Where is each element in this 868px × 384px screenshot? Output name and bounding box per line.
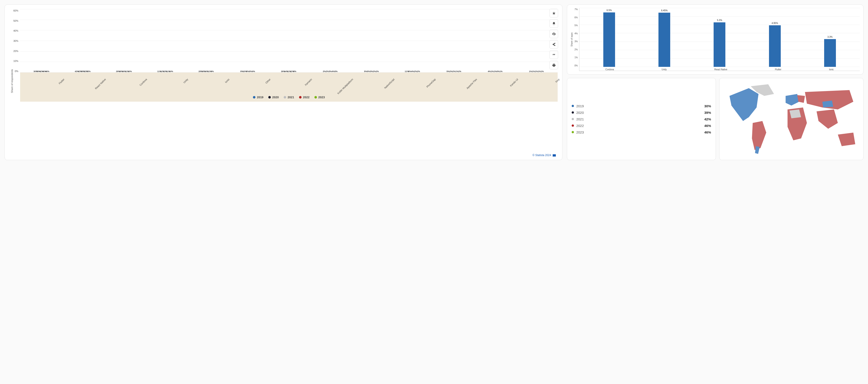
bar-value-label: 3% <box>329 70 332 72</box>
attribution: © Statista 2024 <box>9 153 558 158</box>
legend-detail-row[interactable]: 202346% <box>572 130 711 134</box>
bar-value-label: 1% <box>535 70 538 72</box>
bar-value-label: 10% <box>169 70 173 72</box>
bar[interactable]: 4.95% <box>769 25 781 67</box>
legend-year: 2020 <box>576 111 584 115</box>
bar-value-label: 4% <box>332 70 335 72</box>
plot-area: 30%39%42%46%46%42%42%38%32%35%29%18%16%1… <box>20 9 558 153</box>
bar-value-label: 2% <box>323 70 326 72</box>
bar-value-label: 2% <box>414 70 417 72</box>
bar-value-label: 2% <box>453 70 456 72</box>
bar-value-label: 9% <box>211 70 214 72</box>
bar-value-label: 1% <box>494 70 497 72</box>
legend-dot <box>572 118 574 120</box>
legend-value: 30% <box>704 104 711 108</box>
bar-value-label: 1% <box>532 70 535 72</box>
bar-value-label: 8% <box>246 70 249 72</box>
bar-value-label: 2% <box>417 70 420 72</box>
secondary-y-axis-label: Share of apps <box>570 8 573 71</box>
secondary-chart-panel: Share of apps 7%6%5%4%3%2%1%0% 6.5%6.45%… <box>567 4 864 74</box>
world-map <box>722 81 861 158</box>
legend-dot <box>314 96 317 98</box>
legend-detail-row[interactable]: 201930% <box>572 104 711 108</box>
secondary-plot: 6.5%6.45%5.3%4.95%3.3% CordovaUnityReact… <box>579 8 860 71</box>
y-axis-ticks: 60% 50% 40% 30% 20% 10% 0% <box>13 9 20 72</box>
legend-dot <box>572 105 574 107</box>
legend-year: 2022 <box>576 124 584 128</box>
right-column: Share of apps 7%6%5%4%3%2%1%0% 6.5%6.45%… <box>567 4 864 160</box>
bar-value-label: 0% <box>497 70 500 72</box>
legend-value: 46% <box>704 130 711 134</box>
bar-value-label: 3% <box>370 70 373 72</box>
legend-dot <box>572 124 574 127</box>
x-axis-label: Ionic <box>829 68 834 71</box>
main-chart: Share of respondents 60% 50% 40% 30% 20%… <box>9 9 558 153</box>
x-axis-label: Cordova <box>605 68 614 71</box>
bar-value-label: 2% <box>373 70 376 72</box>
bar-value-label: 3.3% <box>827 36 833 38</box>
legend-value: 42% <box>704 117 711 121</box>
bar-value-label: 1% <box>491 70 494 72</box>
secondary-y-ticks: 7%6%5%4%3%2%1%0% <box>573 8 579 67</box>
legend-detail-panel: 201930%202039%202142%202246%202346% <box>567 78 716 160</box>
main-chart-panel: Share of respondents 60% 50% 40% 30% 20%… <box>4 4 562 160</box>
bar-value-label: 9% <box>252 70 255 72</box>
bar-value-label: 2% <box>458 70 461 72</box>
bar-value-label: 1% <box>456 70 458 72</box>
bar[interactable]: 5.3% <box>714 22 725 67</box>
bar-value-label: 2% <box>376 70 379 72</box>
bar[interactable]: 3.3% <box>824 39 836 67</box>
bar-value-label: 4% <box>411 70 414 72</box>
y-axis-label: Share of respondents <box>9 9 13 153</box>
flag-icon <box>553 154 556 157</box>
legend-detail-row[interactable]: 202246% <box>572 124 711 128</box>
bar-value-label: 4.95% <box>772 22 778 24</box>
legend-item[interactable]: 2023 <box>314 96 325 99</box>
legend-year: 2023 <box>576 130 584 134</box>
bar-value-label: 8% <box>249 70 252 72</box>
legend-label: 2023 <box>318 96 325 99</box>
legend-detail-row[interactable]: 202039% <box>572 111 711 115</box>
legend-value: 46% <box>704 124 711 128</box>
bar-value-label: 5% <box>367 70 370 72</box>
bar-value-label: 2% <box>450 70 453 72</box>
bar-value-label: 1% <box>500 70 502 72</box>
bar-value-label: 2% <box>326 70 329 72</box>
bar[interactable]: 6.45% <box>658 13 670 67</box>
bar-value-label: 1% <box>529 70 532 72</box>
bar-value-label: 4% <box>488 70 491 72</box>
x-axis-label: Flutter <box>775 68 781 71</box>
legend-dot <box>572 111 574 114</box>
legend-detail-row[interactable]: 202142% <box>572 117 711 121</box>
bar-value-label: 6.5% <box>607 9 612 11</box>
legend-label: 2020 <box>272 96 279 99</box>
bar-value-label: 5% <box>335 70 338 72</box>
bar-value-label: 10% <box>128 70 132 72</box>
bar-value-label: 6.45% <box>661 9 668 12</box>
x-axis-label: React Native <box>714 68 727 71</box>
bar-value-label: 5% <box>364 70 367 72</box>
bar-value-label: 5.3% <box>717 19 722 22</box>
bar[interactable]: 6.5% <box>603 12 615 67</box>
world-map-panel <box>719 78 864 160</box>
bar-value-label: 46% <box>45 70 49 72</box>
legend-dot <box>572 131 574 133</box>
bar-value-label: 8% <box>293 70 296 72</box>
x-axis-label: Unity <box>662 68 667 71</box>
bar-value-label: 5% <box>447 70 450 72</box>
bar-value-label: 35% <box>87 70 91 72</box>
bar-value-label: 6% <box>408 70 411 72</box>
bar-value-label: 1% <box>538 70 541 72</box>
legend-year: 2019 <box>576 104 584 108</box>
legend-year: 2021 <box>576 117 584 121</box>
legend-value: 39% <box>704 111 711 115</box>
bar-value-label: 1% <box>541 70 544 72</box>
